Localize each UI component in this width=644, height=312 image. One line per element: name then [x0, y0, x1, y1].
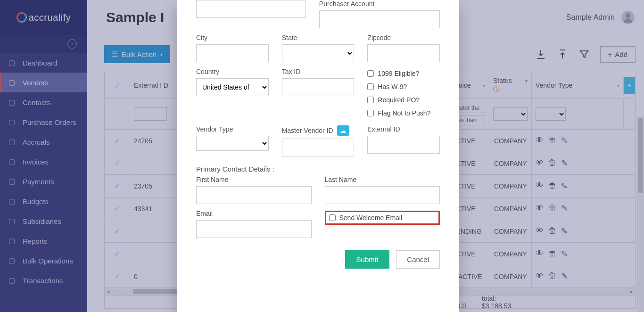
vendor-form-modal: Purchaser Account City State Zipcode Cou… — [177, 0, 459, 312]
state-select[interactable] — [282, 44, 355, 62]
col-status[interactable]: Status▾ⓘ — [489, 72, 532, 99]
email-field[interactable] — [196, 220, 312, 238]
warning-icon: ⓘ — [493, 85, 499, 94]
delete-icon[interactable]: 🗑 — [548, 181, 556, 191]
add-button[interactable]: + Add — [600, 46, 636, 63]
sidebar-item-label: Dashboard — [23, 59, 57, 67]
city-field[interactable] — [196, 44, 269, 62]
view-icon[interactable]: 👁 — [536, 136, 544, 146]
user-name: Sample Admin — [566, 13, 615, 22]
checkbox-flag-not-push[interactable]: Flag Not to Push? — [367, 109, 440, 117]
label-tax-id: Tax ID — [282, 68, 355, 75]
sidebar-item-bulk-operations[interactable]: ▢Bulk Operations — [0, 251, 87, 271]
checkbox-1099-eligible[interactable]: 1099 Eligible? — [367, 70, 440, 77]
row-checkbox[interactable]: ✓ — [114, 159, 120, 168]
nav-icon: ▢ — [8, 217, 16, 225]
cell-vendor-type: COMPANY — [490, 152, 532, 174]
checkbox-all[interactable]: ✓ — [114, 81, 120, 90]
sidebar-item-purchase-orders[interactable]: ▢Purchase Orders — [0, 112, 87, 132]
scroll-right-icon[interactable]: ▸ — [627, 288, 635, 295]
cell-vendor-type: COMPANY — [490, 197, 532, 220]
view-icon[interactable]: 👁 — [536, 158, 544, 168]
checkbox-required-po[interactable]: Required PO? — [367, 96, 440, 104]
nav-icon: ▢ — [8, 138, 16, 146]
vendor-type-select[interactable] — [196, 136, 269, 151]
sidebar-collapse-button[interactable]: ‹ — [67, 39, 77, 49]
view-icon[interactable]: 👁 — [536, 249, 544, 259]
scroll-thumb[interactable] — [638, 118, 643, 193]
edit-icon[interactable]: ✎ — [561, 226, 568, 236]
edit-icon[interactable]: ✎ — [561, 181, 568, 191]
label-state: State — [282, 34, 355, 41]
cloud-icon[interactable]: ☁ — [337, 125, 349, 136]
delete-icon[interactable]: 🗑 — [548, 271, 556, 281]
edit-icon[interactable]: ✎ — [561, 249, 568, 259]
delete-icon[interactable]: 🗑 — [548, 249, 556, 259]
row-checkbox[interactable]: ✓ — [114, 204, 120, 213]
view-icon[interactable]: 👁 — [536, 271, 544, 281]
external-id-field[interactable] — [367, 136, 440, 154]
row-checkbox[interactable]: ✓ — [114, 181, 120, 190]
avatar[interactable] — [621, 11, 635, 24]
field-unknown-top[interactable] — [196, 0, 306, 18]
upload-icon[interactable] — [557, 49, 568, 60]
sidebar-item-subsidiaries[interactable]: ▢Subsidiaries — [0, 211, 87, 231]
row-checkbox[interactable]: ✓ — [114, 249, 120, 258]
sidebar-item-vendors[interactable]: ▢Vendors — [0, 73, 87, 92]
label-zipcode: Zipcode — [367, 34, 440, 41]
scroll-left-icon[interactable]: ◂ — [105, 288, 112, 295]
download-icon[interactable] — [535, 49, 546, 60]
sidebar-item-dashboard[interactable]: ▢Dashboard — [0, 53, 87, 73]
filter-status[interactable] — [493, 107, 528, 121]
view-icon[interactable]: 👁 — [536, 181, 544, 191]
sidebar-item-payments[interactable]: ▢Payments — [0, 172, 87, 191]
bulk-action-button[interactable]: ☰ Bulk Action ▾ — [104, 45, 170, 63]
edit-icon[interactable]: ✎ — [561, 271, 568, 281]
country-select[interactable]: United States of — [196, 78, 269, 96]
col-vendor-type[interactable]: Vendor Type▾ — [532, 77, 624, 94]
purchaser-account-field[interactable] — [319, 10, 440, 28]
sidebar-item-invoices[interactable]: ▢Invoices — [0, 152, 87, 172]
edit-icon[interactable]: ✎ — [561, 204, 568, 213]
view-icon[interactable]: 👁 — [536, 226, 544, 236]
nav-icon: ▢ — [8, 256, 16, 265]
submit-button[interactable]: Submit — [345, 250, 390, 269]
nav-icon: ▢ — [8, 98, 16, 107]
row-checkbox[interactable]: ✓ — [114, 136, 120, 145]
delete-icon[interactable]: 🗑 — [548, 204, 556, 213]
checkbox-has-w9[interactable]: Has W-9? — [367, 83, 440, 90]
view-icon[interactable]: 👁 — [536, 204, 544, 213]
sidebar-item-budgets[interactable]: ▢Budgets — [0, 191, 87, 211]
delete-icon[interactable]: 🗑 — [548, 226, 556, 236]
cell-vendor-type: COMPANY — [490, 175, 532, 197]
delete-icon[interactable]: 🗑 — [548, 136, 556, 146]
plus-icon: + — [608, 50, 612, 58]
checkbox-send-welcome-email[interactable]: Send Welcome Email — [329, 214, 403, 222]
label-purchaser-account: Purchaser Account — [319, 0, 440, 8]
zipcode-field[interactable] — [367, 44, 440, 62]
sidebar-item-accruals[interactable]: ▢Accruals — [0, 132, 87, 152]
cancel-button[interactable]: Cancel — [396, 250, 440, 269]
last-name-field[interactable] — [325, 186, 440, 204]
sidebar-item-reports[interactable]: ▢Reports — [0, 231, 87, 251]
edit-icon[interactable]: ✎ — [561, 136, 568, 146]
first-name-field[interactable] — [196, 186, 312, 204]
delete-icon[interactable]: 🗑 — [548, 158, 556, 168]
tax-id-field[interactable] — [282, 78, 355, 96]
row-checkbox[interactable]: ✓ — [114, 227, 120, 236]
vertical-scrollbar[interactable] — [637, 116, 644, 312]
sidebar-item-contacts[interactable]: ▢Contacts — [0, 92, 87, 112]
filter-vendor-type[interactable] — [536, 107, 566, 121]
sidebar-item-label: Vendors — [23, 79, 49, 87]
row-checkbox[interactable]: ✓ — [114, 272, 120, 281]
sidebar-item-label: Budgets — [23, 197, 49, 205]
primary-contact-heading: Primary Contact Details : — [196, 165, 440, 173]
filter-external-id[interactable] — [134, 107, 167, 121]
sidebar-item-label: Transactions — [23, 277, 63, 285]
add-column-button[interactable]: + — [624, 77, 635, 94]
master-vendor-id-field[interactable] — [282, 139, 355, 156]
sidebar-item-transactions[interactable]: ▢Transactions — [0, 271, 87, 290]
edit-icon[interactable]: ✎ — [561, 158, 568, 168]
filter-icon[interactable] — [578, 49, 590, 60]
sidebar-item-label: Payments — [23, 178, 54, 186]
